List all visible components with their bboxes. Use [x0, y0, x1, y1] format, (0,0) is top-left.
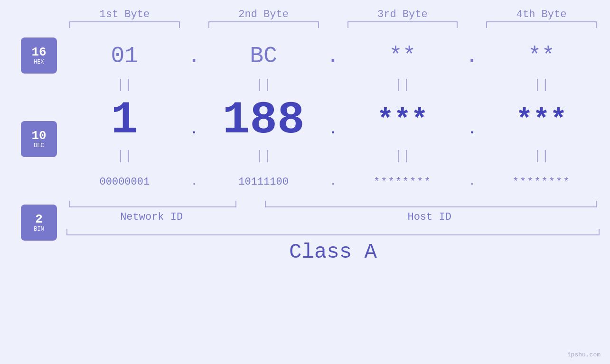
outer-bracket — [66, 229, 600, 235]
bin-val-1: 00000001 — [66, 176, 183, 188]
id-labels-row: Network ID Host ID — [66, 211, 600, 223]
eq-1-1: || — [66, 77, 183, 92]
bin-badge-label: BIN — [34, 226, 44, 233]
bottom-brackets — [66, 201, 600, 207]
bin-badge: 2 BIN — [21, 205, 57, 241]
host-id-label: Host ID — [259, 211, 600, 223]
top-bracket-3 — [347, 21, 458, 28]
bin-val-2: 10111100 — [206, 176, 322, 188]
top-bracket-1 — [69, 21, 180, 28]
byte-header-4: 4th Byte — [483, 9, 600, 20]
hex-badge: 16 HEX — [21, 37, 57, 74]
hex-badge-number: 16 — [31, 46, 46, 59]
network-id-bracket — [69, 201, 236, 207]
hex-row: 01 . BC . ** . ** — [66, 37, 600, 75]
byte-header-3: 3rd Byte — [345, 9, 461, 20]
hex-sep-2: . — [322, 43, 345, 69]
page-container: 1st Byte 2nd Byte 3rd Byte 4th Byte 16 H… — [0, 0, 610, 364]
host-id-bracket — [265, 201, 597, 207]
byte-header-1: 1st Byte — [66, 9, 183, 20]
eq-2-2: || — [206, 149, 322, 163]
dec-badge-number: 10 — [31, 129, 46, 143]
hex-val-4: ** — [483, 43, 600, 69]
hex-val-3: ** — [345, 43, 461, 69]
dec-val-4: *** — [483, 104, 600, 136]
top-bracket-2 — [208, 21, 319, 28]
network-id-label: Network ID — [66, 211, 236, 223]
eq-2-1: || — [66, 149, 183, 163]
hex-val-1: 01 — [66, 43, 183, 69]
dec-val-1: 1 — [66, 94, 183, 146]
class-label: Class A — [66, 240, 600, 264]
bin-row: 00000001 . 10111100 . ******** . *******… — [66, 165, 600, 199]
dec-badge: 10 DEC — [21, 121, 57, 157]
dec-val-2: 188 — [206, 94, 322, 146]
bin-badge-number: 2 — [35, 213, 43, 226]
hex-val-2: BC — [206, 43, 322, 69]
eq-1-4: || — [483, 77, 600, 92]
bin-val-4: ******** — [483, 176, 600, 188]
equals-row-1: || || || || — [66, 75, 600, 93]
hex-badge-label: HEX — [34, 59, 44, 65]
bin-val-3: ******** — [345, 176, 461, 188]
watermark: ipshu.com — [567, 351, 601, 358]
eq-2-3: || — [345, 149, 461, 163]
eq-1-3: || — [345, 77, 461, 92]
top-bracket-4 — [486, 21, 597, 28]
dec-sep-2: . — [322, 103, 345, 137]
eq-1-2: || — [206, 77, 322, 92]
dec-val-3: *** — [345, 104, 461, 136]
dec-badge-label: DEC — [34, 142, 44, 149]
bin-sep-3: . — [460, 176, 483, 188]
hex-sep-3: . — [460, 43, 483, 69]
eq-2-4: || — [483, 149, 600, 163]
dec-sep-3: . — [460, 103, 483, 137]
dec-sep-1: . — [183, 103, 206, 137]
bin-sep-2: . — [322, 176, 345, 188]
bin-sep-1: . — [183, 176, 206, 188]
dec-row: 1 . 188 . *** . *** — [66, 93, 600, 147]
equals-row-2: || || || || — [66, 147, 600, 165]
hex-sep-1: . — [183, 43, 206, 69]
byte-header-2: 2nd Byte — [206, 9, 322, 20]
